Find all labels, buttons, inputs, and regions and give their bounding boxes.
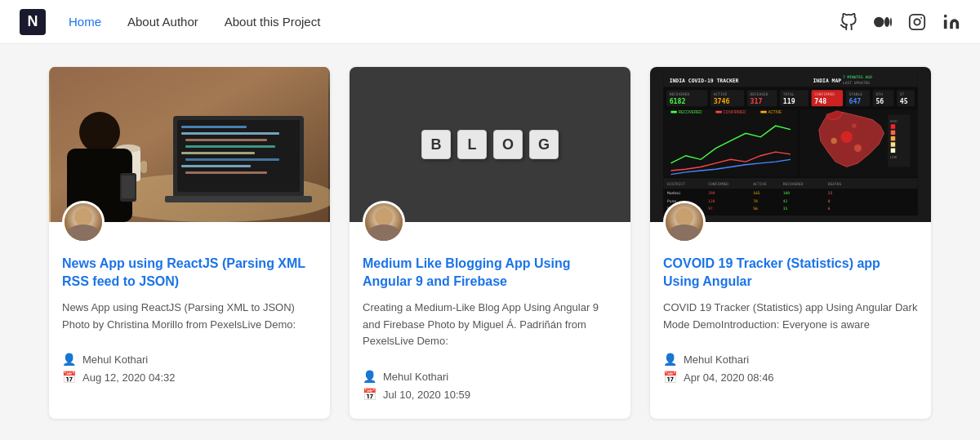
card-1-author-name: Mehul Kothari: [82, 353, 148, 366]
card-1-author: 👤 Mehul Kothari: [62, 353, 317, 366]
author-icon-3: 👤: [663, 353, 677, 366]
svg-text:165: 165: [753, 191, 760, 195]
card-2-author: 👤 Mehul Kothari: [363, 370, 617, 383]
svg-rect-8: [177, 120, 300, 192]
svg-text:35: 35: [783, 207, 788, 211]
nav-social-icons: [840, 13, 960, 31]
svg-rect-71: [891, 124, 895, 128]
svg-point-2: [944, 14, 947, 17]
svg-text:290: 290: [708, 191, 715, 195]
svg-text:ACTIVE: ACTIVE: [753, 182, 767, 186]
blog-image: B L O G: [350, 67, 630, 222]
svg-text:647: 647: [849, 97, 861, 105]
date-icon-1: 📅: [62, 371, 76, 384]
github-icon[interactable]: [840, 13, 858, 31]
svg-text:CONFIRMED: CONFIRMED: [724, 110, 746, 114]
card-1-meta: 👤 Mehul Kothari 📅 Aug 12, 2020 04:32: [49, 353, 330, 384]
svg-text:RECOVERED: RECOVERED: [679, 110, 703, 114]
svg-point-67: [831, 138, 836, 144]
svg-text:LOW: LOW: [890, 156, 898, 159]
card-2-content: Medium Like Blogging App Using Angular 9…: [350, 222, 630, 370]
svg-rect-16: [185, 171, 267, 174]
svg-text:8: 8: [828, 199, 831, 203]
card-3-title: COVOID 19 Tracker (Statistics) app Using…: [663, 255, 918, 291]
svg-text:119: 119: [783, 97, 795, 105]
card-2-author-name: Mehul Kothari: [383, 371, 448, 383]
svg-point-68: [852, 123, 856, 127]
svg-text:56: 56: [753, 207, 758, 211]
laptop-image: [49, 67, 330, 222]
card-2-date-value: Jul 10, 2020 10:59: [383, 389, 470, 401]
blog-tile-b: B: [421, 130, 451, 159]
svg-text:56: 56: [875, 97, 884, 105]
svg-text:42: 42: [783, 199, 788, 203]
nav-about-project[interactable]: About this Project: [225, 15, 321, 29]
svg-text:100: 100: [783, 191, 790, 195]
linkedin-icon[interactable]: [942, 13, 960, 31]
card-2: B L O G Medium Like Blogging App Using A…: [350, 67, 630, 419]
svg-rect-20: [140, 161, 147, 173]
svg-text:RECOVERED: RECOVERED: [783, 182, 804, 186]
svg-rect-75: [891, 149, 895, 153]
card-3-author-name: Mehul Kothari: [684, 353, 749, 366]
svg-rect-24: [122, 176, 135, 198]
covid-image: INDIA COVID-19 TRACKER 7 MINUTES AGO LAS…: [650, 67, 931, 222]
card-3-avatar: [663, 201, 706, 243]
card-1: News App using ReactJS (Parsing XML RSS …: [49, 67, 330, 419]
card-2-date: 📅 Jul 10, 2020 10:59: [363, 388, 617, 401]
card-3-description: COVID 19 Tracker (Statistics) app Using …: [663, 300, 918, 334]
card-2-description: Creating a Medium-Like Blog App Using An…: [363, 300, 617, 350]
svg-text:DISTRICT: DISTRICT: [667, 182, 685, 186]
svg-rect-60: [760, 111, 766, 113]
nav-about-author[interactable]: About Author: [127, 15, 198, 29]
svg-rect-73: [891, 136, 895, 140]
author-icon-2: 👤: [363, 370, 376, 383]
svg-rect-9: [181, 126, 247, 128]
svg-text:HIGH: HIGH: [890, 120, 898, 123]
svg-text:INDIA MAP: INDIA MAP: [813, 78, 841, 84]
instagram-icon[interactable]: [908, 13, 926, 31]
svg-text:45: 45: [900, 97, 908, 105]
card-1-title: News App using ReactJS (Parsing XML RSS …: [62, 255, 317, 291]
svg-text:CONFIRMED: CONFIRMED: [708, 182, 728, 186]
blog-tile-l: L: [457, 130, 487, 159]
svg-rect-12: [185, 145, 275, 148]
svg-point-65: [840, 131, 853, 144]
card-2-image: B L O G: [350, 67, 630, 222]
card-2-meta: 👤 Mehul Kothari 📅 Jul 10, 2020 10:59: [350, 370, 630, 401]
svg-rect-17: [165, 196, 312, 202]
svg-text:3746: 3746: [714, 97, 730, 105]
svg-text:DEATHS: DEATHS: [828, 182, 842, 186]
svg-rect-58: [715, 111, 721, 113]
date-icon-3: 📅: [663, 371, 677, 384]
svg-point-21: [79, 112, 120, 153]
blog-tile-o: O: [493, 130, 523, 159]
card-2-title: Medium Like Blogging App Using Angular 9…: [363, 255, 617, 291]
svg-rect-10: [181, 132, 279, 135]
blog-tile-g: G: [529, 130, 559, 159]
svg-text:97: 97: [708, 207, 713, 211]
svg-text:ACTIVE: ACTIVE: [768, 110, 782, 114]
card-3-date-value: Apr 04, 2020 08:46: [684, 371, 774, 384]
nav-links: Home About Author About this Project: [69, 15, 840, 29]
card-1-date-value: Aug 12, 2020 04:32: [82, 371, 176, 384]
svg-rect-56: [670, 111, 676, 113]
logo: N: [20, 9, 46, 35]
svg-text:317: 317: [751, 97, 763, 105]
card-1-date: 📅 Aug 12, 2020 04:32: [62, 371, 317, 384]
card-1-avatar: [62, 201, 105, 243]
author-icon-1: 👤: [62, 353, 76, 366]
medium-icon[interactable]: [874, 13, 892, 31]
card-3-date: 📅 Apr 04, 2020 08:46: [663, 371, 918, 384]
date-icon-2: 📅: [363, 388, 376, 401]
svg-rect-11: [185, 139, 267, 141]
svg-rect-74: [891, 142, 895, 146]
card-3-image: INDIA COVID-19 TRACKER 7 MINUTES AGO LAS…: [650, 67, 931, 222]
svg-rect-15: [181, 165, 251, 167]
nav-home[interactable]: Home: [69, 15, 101, 29]
cards-grid: News App using ReactJS (Parsing XML RSS …: [49, 67, 931, 419]
svg-text:6: 6: [828, 207, 831, 211]
card-1-description: News App using ReactJS (Parsing XML to J…: [62, 300, 317, 334]
svg-text:Mumbai: Mumbai: [667, 191, 681, 195]
card-3: INDIA COVID-19 TRACKER 7 MINUTES AGO LAS…: [650, 67, 931, 419]
